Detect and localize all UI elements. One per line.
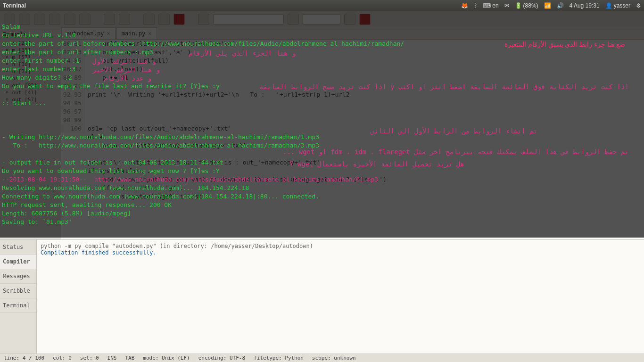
status-ins: INS	[107, 355, 117, 361]
tab-terminal[interactable]: Terminal	[0, 298, 36, 313]
annotation-9: هل تريد تحميل القائمة الأخيرة باستعمال w…	[289, 160, 464, 168]
battery-indicator[interactable]: 🔋 (88%)	[515, 2, 538, 9]
terminal-line	[2, 90, 642, 99]
annotation-2: و هنا الجزء الذي يلي الأرقام	[189, 49, 296, 57]
tab-scribble[interactable]: Scribble	[0, 284, 36, 298]
terminal-line: Salam	[2, 23, 642, 31]
terminal-line: - Writing http://www.nouralhuda.com/file…	[2, 133, 642, 141]
keyboard-lang-indicator[interactable]: ⌨ en	[483, 2, 498, 9]
status-col: col: 0	[53, 355, 72, 361]
annotation-3: و هنا الرقم الأول	[92, 58, 156, 65]
volume-icon[interactable]: 🔊	[557, 2, 564, 9]
user-menu[interactable]: 👤 yasser	[605, 2, 630, 9]
bottom-tabs: Status Compiler Messages Scribble Termin…	[0, 240, 37, 354]
top-panel: Terminal 🦊 ᛒ ⌨ en ✉ 🔋 (88%) 📶 🔊 4 Aug 19…	[0, 0, 644, 11]
compiler-result: Compilation finished successfully.	[41, 249, 640, 256]
terminal-line	[2, 116, 642, 124]
status-scope: scope: unknown	[312, 355, 356, 361]
mail-icon[interactable]: ✉	[504, 2, 509, 9]
annotation-4: و هنا الرقم الأخير	[92, 66, 160, 74]
terminal-line: Connecting to www.nouralhuda.com (www.no…	[2, 192, 642, 201]
status-encoding: encoding: UTF-8	[198, 355, 245, 361]
terminal-line: Do you want to download this list using …	[2, 167, 642, 175]
bluetooth-icon[interactable]: ᛒ	[474, 2, 477, 9]
annotation-5: و عدد الأرقام	[104, 74, 151, 82]
terminal-line	[2, 107, 642, 116]
annotation-7: تم انشاء الروابط من الرابط الأول الى الث…	[371, 127, 537, 135]
terminal-line: Collective URL v.1.0	[2, 31, 642, 40]
editor-statusbar: line: 4 / 100 col: 0 sel: 0 INS TAB mode…	[0, 354, 644, 362]
terminal-line	[2, 124, 642, 133]
terminal-line: Saving to: `01.mp3'	[2, 218, 642, 226]
status-tab: TAB	[125, 355, 134, 361]
tab-messages[interactable]: Messages	[0, 269, 36, 284]
terminal-line: Length: 6087756 (5.8M) [audio/mpeg]	[2, 209, 642, 218]
annotation-8: تم حفظ الروابط في هذا الملف يمكنك فتحه ب…	[283, 148, 628, 156]
terminal-line: Resolving www.nouralhuda.com (www.noural…	[2, 184, 642, 192]
annotation-1: ضع هنا جزء رابط الذي يسبق الأرقام المتغي…	[504, 41, 625, 48]
terminal-line: enter the part of url after numbers :.mp…	[2, 48, 642, 57]
tab-compiler[interactable]: Compiler	[0, 255, 36, 269]
status-filetype: filetype: Python	[254, 355, 304, 361]
status-mode: mode: Unix (LF)	[143, 355, 190, 361]
status-sel: sel: 0	[80, 355, 99, 361]
terminal-line: --2013-08-04 19:31:50-- http://www.noura…	[2, 175, 642, 184]
terminal-line	[2, 226, 642, 235]
gear-icon[interactable]: ⚙	[636, 2, 641, 9]
compiler-output: python -m py_compile "autodown.py" (in d…	[37, 240, 644, 354]
terminal-line: How many digits? :2	[2, 74, 642, 82]
tab-status[interactable]: Status	[0, 240, 36, 255]
firefox-icon[interactable]: 🦊	[461, 2, 468, 9]
status-line: line: 4 / 100	[4, 355, 44, 361]
annotation-6: اذا كنت تريد الكتابة فوق القائمة السابقة…	[259, 83, 629, 90]
terminal-line: HTTP request sent, awaiting response... …	[2, 201, 642, 209]
terminal-line: :: Start ...	[2, 99, 642, 107]
clock[interactable]: 4 Aug 19:31	[570, 2, 600, 9]
compiler-command: python -m py_compile "autodown.py" (in d…	[41, 243, 640, 249]
network-icon[interactable]: 📶	[544, 2, 551, 9]
system-tray: 🦊 ᛒ ⌨ en ✉ 🔋 (88%) 📶 🔊 4 Aug 19:31 👤 yas…	[461, 2, 641, 9]
window-title: Terminal	[3, 2, 26, 9]
editor-bottom-panel: Status Compiler Messages Scribble Termin…	[0, 239, 644, 354]
